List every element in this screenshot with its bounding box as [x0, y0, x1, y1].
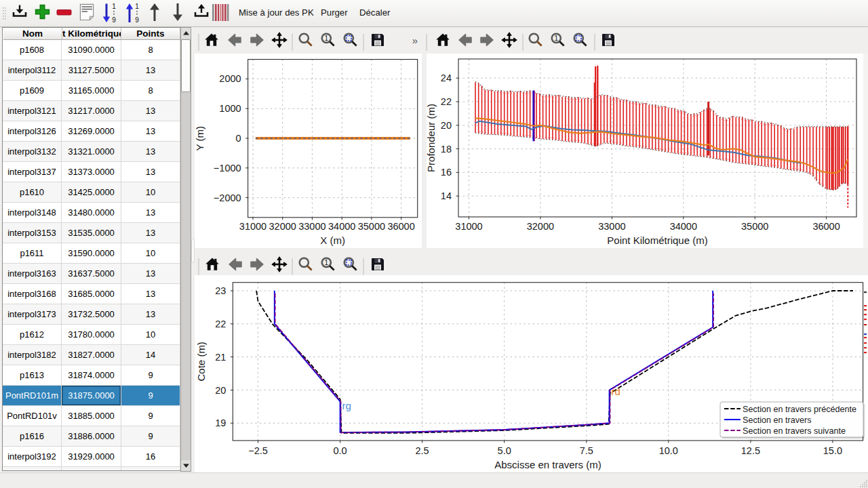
svg-text:32000: 32000: [269, 221, 296, 232]
svg-text:18: 18: [441, 144, 452, 155]
svg-text:20: 20: [215, 385, 226, 396]
svg-text:36000: 36000: [387, 221, 414, 232]
svg-text:35000: 35000: [358, 221, 385, 232]
svg-text:31000: 31000: [239, 221, 267, 232]
svg-text:16: 16: [441, 167, 452, 178]
svg-text:rg: rg: [342, 400, 351, 411]
svg-text:33000: 33000: [298, 221, 326, 232]
svg-text:7.5: 7.5: [580, 445, 593, 456]
svg-text:34000: 34000: [328, 221, 355, 232]
svg-text:5.0: 5.0: [498, 445, 511, 456]
svg-text:20: 20: [441, 120, 452, 131]
svg-text:rd: rd: [612, 386, 620, 397]
svg-text:−2000: −2000: [214, 192, 241, 203]
svg-text:−2.5: −2.5: [248, 445, 268, 456]
svg-text:24: 24: [441, 73, 452, 83]
svg-text:19: 19: [215, 418, 226, 428]
svg-text:12.5: 12.5: [741, 445, 760, 456]
svg-text:22: 22: [215, 319, 226, 329]
svg-text:1: 1: [325, 35, 329, 42]
svg-text:Section en travers suivante: Section en travers suivante: [743, 426, 846, 436]
svg-text:Cote (m): Cote (m): [195, 342, 207, 381]
svg-text:10.0: 10.0: [659, 445, 678, 456]
svg-text:32000: 32000: [527, 221, 554, 232]
svg-text:1: 1: [555, 35, 559, 42]
svg-text:36000: 36000: [812, 221, 840, 232]
svg-text:33000: 33000: [598, 221, 625, 232]
svg-text:Section en travers précédente: Section en travers précédente: [743, 405, 856, 414]
svg-text:21: 21: [215, 352, 226, 363]
svg-text:Abscisse en travers (m): Abscisse en travers (m): [494, 459, 601, 470]
svg-text:X (m): X (m): [320, 235, 345, 246]
svg-text:34000: 34000: [670, 221, 697, 232]
svg-text:»: »: [412, 35, 418, 46]
svg-text:−1000: −1000: [214, 163, 241, 174]
svg-text:2000: 2000: [219, 73, 241, 84]
svg-text:Section en travers: Section en travers: [743, 415, 812, 425]
svg-text:1: 1: [325, 259, 329, 266]
svg-text:23: 23: [215, 285, 226, 296]
svg-text:15.0: 15.0: [823, 445, 842, 456]
svg-text:14: 14: [441, 190, 452, 201]
svg-text:Point Kilométrique (m): Point Kilométrique (m): [607, 235, 707, 246]
svg-text:35000: 35000: [741, 221, 768, 232]
svg-text:Y (m): Y (m): [195, 126, 205, 150]
svg-text:22: 22: [441, 96, 452, 107]
svg-text:Profondeur (m): Profondeur (m): [427, 104, 437, 172]
svg-text:31000: 31000: [455, 221, 482, 232]
svg-text:0: 0: [236, 133, 241, 144]
svg-text:0.0: 0.0: [334, 445, 347, 456]
svg-text:1000: 1000: [219, 103, 241, 114]
svg-text:2.5: 2.5: [416, 445, 429, 456]
